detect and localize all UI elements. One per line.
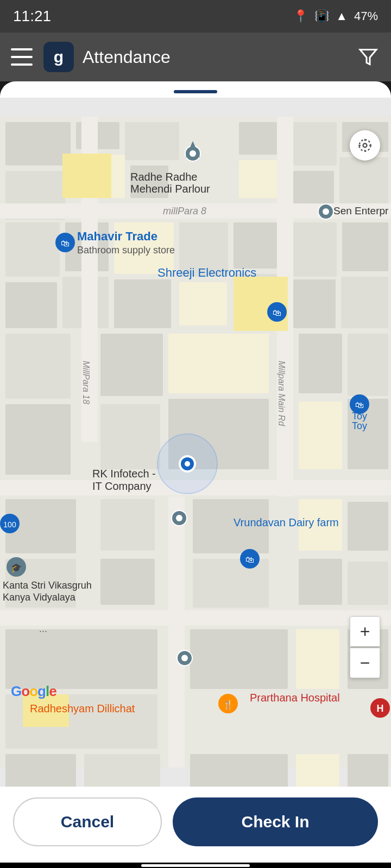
svg-text:Kanta Stri Vikasgruh: Kanta Stri Vikasgruh: [3, 580, 92, 591]
app-bar: g Attendance: [0, 33, 391, 81]
svg-text:🛍: 🛍: [61, 239, 70, 248]
check-in-button[interactable]: Check In: [173, 797, 378, 846]
svg-rect-70: [62, 154, 111, 198]
map-svg: millPara 8 MillPara 18 Millpara Main Rd: [0, 98, 391, 787]
bottom-sheet: millPara 8 MillPara 18 Millpara Main Rd: [0, 81, 391, 868]
google-logo: Google: [11, 683, 56, 700]
svg-text:🛍: 🛍: [273, 308, 281, 317]
svg-point-109: [181, 655, 188, 661]
svg-rect-63: [5, 754, 76, 787]
svg-point-93: [185, 461, 190, 467]
home-indicator: [141, 864, 250, 867]
svg-marker-0: [360, 50, 376, 65]
svg-rect-52: [100, 559, 155, 605]
svg-text:Radhe Radhe: Radhe Radhe: [130, 171, 197, 183]
svg-text:...: ...: [39, 623, 47, 634]
svg-rect-66: [296, 754, 339, 787]
svg-rect-41: [100, 404, 160, 469]
svg-text:MillPara 18: MillPara 18: [81, 361, 91, 404]
svg-rect-58: [5, 629, 157, 689]
svg-rect-53: [193, 559, 269, 608]
svg-rect-21: [293, 222, 337, 277]
svg-text:IT Company: IT Company: [92, 480, 152, 492]
svg-rect-28: [293, 279, 336, 328]
map-controls: + −: [350, 616, 380, 678]
zoom-out-button[interactable]: −: [350, 648, 380, 678]
app-logo: g: [43, 42, 74, 72]
svg-rect-22: [342, 222, 388, 271]
svg-text:Toy: Toy: [352, 411, 367, 422]
svg-point-73: [190, 150, 196, 157]
svg-text:Shreeji Electronics: Shreeji Electronics: [157, 266, 256, 279]
svg-text:RK Infotech -: RK Infotech -: [92, 468, 156, 480]
svg-text:millPara 8: millPara 8: [163, 206, 206, 216]
svg-rect-61: [296, 629, 339, 689]
svg-rect-65: [190, 754, 288, 787]
svg-rect-39: [348, 334, 388, 396]
cancel-button[interactable]: Cancel: [13, 797, 162, 846]
svg-rect-4: [125, 122, 179, 160]
svg-text:🎓: 🎓: [11, 563, 22, 573]
status-icons: 📍 📳 ▲ 47%: [293, 9, 378, 23]
my-location-button[interactable]: [350, 130, 380, 161]
svg-text:Bathroom supply store: Bathroom supply store: [77, 245, 175, 256]
svg-rect-2: [5, 122, 71, 165]
svg-rect-35: [5, 334, 71, 399]
svg-rect-43: [299, 401, 342, 469]
svg-text:🛍: 🛍: [355, 400, 364, 410]
svg-rect-56: [0, 610, 391, 626]
svg-text:Prarthana Hospital: Prarthana Hospital: [250, 692, 340, 704]
svg-rect-6: [293, 122, 337, 165]
svg-point-117: [360, 140, 371, 151]
svg-rect-23: [5, 282, 57, 328]
svg-point-97: [176, 515, 182, 521]
battery-status: 47%: [354, 9, 378, 23]
svg-text:100: 100: [3, 520, 16, 529]
svg-rect-26: [179, 282, 227, 326]
svg-rect-47: [100, 499, 155, 551]
svg-rect-38: [299, 334, 342, 393]
svg-rect-60: [190, 629, 288, 689]
svg-text:🛍: 🛍: [245, 555, 254, 564]
hamburger-button[interactable]: [11, 48, 33, 66]
svg-point-116: [363, 144, 367, 148]
filter-button[interactable]: [356, 45, 380, 69]
svg-rect-57: [168, 496, 185, 768]
svg-rect-55: [348, 561, 388, 605]
app-title: Attendance: [83, 47, 356, 67]
svg-rect-50: [348, 502, 388, 551]
svg-rect-37: [168, 334, 269, 393]
svg-rect-67: [348, 754, 388, 787]
svg-rect-13: [339, 157, 388, 203]
location-status-icon: 📍: [293, 9, 308, 23]
logo-letter: g: [54, 48, 64, 66]
svg-rect-25: [114, 279, 171, 328]
drag-handle[interactable]: [0, 81, 391, 98]
svg-text:Mahavir Trade: Mahavir Trade: [77, 229, 157, 243]
google-g: G: [11, 683, 21, 699]
map-container[interactable]: millPara 8 MillPara 18 Millpara Main Rd: [0, 98, 391, 787]
status-bar: 11:21 📍 📳 ▲ 47%: [0, 0, 391, 33]
svg-rect-12: [293, 171, 334, 206]
svg-text:Vrundavan Dairy farm: Vrundavan Dairy farm: [234, 516, 339, 528]
svg-rect-36: [100, 334, 163, 396]
zoom-in-button[interactable]: +: [350, 616, 380, 647]
bottom-nav: [0, 863, 391, 868]
action-buttons: Cancel Check In: [0, 787, 391, 868]
svg-text:Mehendi Parlour: Mehendi Parlour: [130, 183, 210, 195]
svg-point-81: [323, 208, 329, 215]
wifi-icon: ▲: [336, 9, 348, 23]
svg-text:H: H: [377, 703, 384, 714]
drag-handle-bar: [174, 90, 217, 93]
svg-text:🍴: 🍴: [223, 699, 234, 710]
svg-text:Sen Enterpr: Sen Enterpr: [333, 205, 389, 216]
svg-rect-29: [341, 277, 388, 328]
svg-rect-54: [299, 559, 342, 605]
svg-rect-64: [84, 754, 160, 787]
svg-rect-16: [5, 222, 60, 277]
status-time: 11:21: [13, 8, 51, 25]
svg-text:Radheshyam Dillichat: Radheshyam Dillichat: [30, 703, 135, 714]
svg-text:Kanya Vidyalaya: Kanya Vidyalaya: [3, 592, 76, 603]
svg-rect-11: [239, 160, 282, 198]
svg-text:Millpara Main Rd: Millpara Main Rd: [277, 361, 286, 426]
